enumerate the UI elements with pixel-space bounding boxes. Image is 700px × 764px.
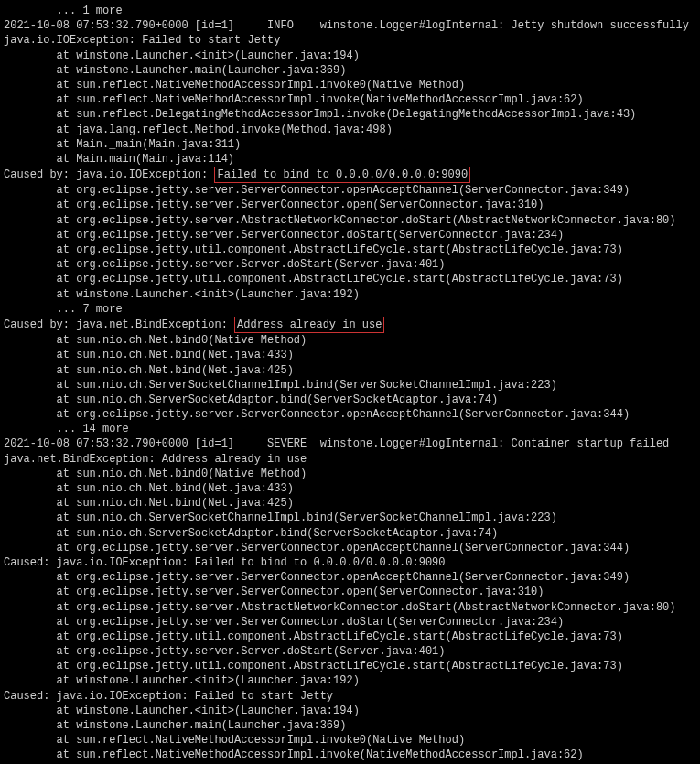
log-line: java.io.IOException: Failed to start Jet… bbox=[4, 33, 696, 48]
log-line: Caused: java.io.IOException: Failed to b… bbox=[4, 555, 696, 570]
log-line: at sun.nio.ch.Net.bind(Net.java:425) bbox=[4, 496, 696, 511]
log-line: at sun.reflect.NativeMethodAccessorImpl.… bbox=[4, 92, 696, 107]
log-line: at org.eclipse.jetty.server.ServerConnec… bbox=[4, 541, 696, 555]
log-output: ... 1 more2021-10-08 07:53:32.790+0000 [… bbox=[4, 4, 696, 764]
log-line: at sun.reflect.NativeMethodAccessorImpl.… bbox=[4, 78, 696, 92]
log-line: Caused: java.io.IOException: Failed to s… bbox=[4, 689, 696, 704]
log-line: Caused by: java.net.BindException: Addre… bbox=[4, 317, 696, 333]
log-line: at winstone.Launcher.main(Launcher.java:… bbox=[4, 63, 696, 78]
log-line: at sun.reflect.DelegatingMethodAccessorI… bbox=[4, 107, 696, 122]
log-line: 2021-10-08 07:53:32.790+0000 [id=1] INFO… bbox=[4, 18, 696, 33]
log-line: at org.eclipse.jetty.server.ServerConnec… bbox=[4, 228, 696, 242]
log-line: ... 7 more bbox=[4, 302, 696, 317]
log-line: at org.eclipse.jetty.server.AbstractNetw… bbox=[4, 600, 696, 615]
log-line: at org.eclipse.jetty.util.component.Abst… bbox=[4, 272, 696, 286]
log-line: at sun.reflect.NativeMethodAccessorImpl.… bbox=[4, 733, 696, 748]
log-line: at sun.nio.ch.Net.bind0(Native Method) bbox=[4, 333, 696, 348]
log-line: at sun.nio.ch.Net.bind(Net.java:433) bbox=[4, 481, 696, 496]
log-line: at org.eclipse.jetty.server.ServerConnec… bbox=[4, 615, 696, 629]
log-line: Caused by: java.io.IOException: Failed t… bbox=[4, 167, 696, 183]
log-line: java.net.BindException: Address already … bbox=[4, 452, 696, 467]
log-line-prefix: Caused by: java.net.BindException: bbox=[4, 318, 234, 331]
log-line: ... 1 more bbox=[4, 4, 696, 18]
log-line: at winstone.Launcher.main(Launcher.java:… bbox=[4, 718, 696, 733]
log-line: at sun.nio.ch.ServerSocketAdaptor.bind(S… bbox=[4, 526, 696, 541]
log-line: at org.eclipse.jetty.util.component.Abst… bbox=[4, 629, 696, 644]
highlighted-error: Failed to bind to 0.0.0.0/0.0.0.0:9090 bbox=[214, 167, 470, 183]
log-line: at winstone.Launcher.<init>(Launcher.jav… bbox=[4, 287, 696, 302]
log-line: at org.eclipse.jetty.server.ServerConnec… bbox=[4, 198, 696, 212]
log-line: at org.eclipse.jetty.server.ServerConnec… bbox=[4, 407, 696, 422]
highlighted-error: Address already in use bbox=[234, 317, 384, 333]
log-line: at winstone.Launcher.<init>(Launcher.jav… bbox=[4, 704, 696, 718]
log-line: at winstone.Launcher.<init>(Launcher.jav… bbox=[4, 673, 696, 688]
log-line: at sun.nio.ch.ServerSocketChannelImpl.bi… bbox=[4, 511, 696, 525]
log-line: at sun.reflect.NativeMethodAccessorImpl.… bbox=[4, 748, 696, 762]
log-line: at winstone.Launcher.<init>(Launcher.jav… bbox=[4, 48, 696, 63]
log-line: at sun.nio.ch.ServerSocketChannelImpl.bi… bbox=[4, 378, 696, 393]
log-line: at sun.nio.ch.ServerSocketAdaptor.bind(S… bbox=[4, 393, 696, 407]
log-line: at java.lang.reflect.Method.invoke(Metho… bbox=[4, 123, 696, 137]
log-line: at org.eclipse.jetty.server.ServerConnec… bbox=[4, 183, 696, 198]
log-line: at org.eclipse.jetty.util.component.Abst… bbox=[4, 242, 696, 257]
log-line: at org.eclipse.jetty.server.AbstractNetw… bbox=[4, 213, 696, 228]
log-line-prefix: Caused by: java.io.IOException: bbox=[4, 168, 214, 181]
log-line: 2021-10-08 07:53:32.790+0000 [id=1] SEVE… bbox=[4, 436, 696, 451]
log-line: at Main.main(Main.java:114) bbox=[4, 152, 696, 167]
log-line: at org.eclipse.jetty.server.Server.doSta… bbox=[4, 257, 696, 272]
log-line: at org.eclipse.jetty.util.component.Abst… bbox=[4, 659, 696, 673]
log-line: at org.eclipse.jetty.server.Server.doSta… bbox=[4, 644, 696, 659]
log-line: at sun.nio.ch.Net.bind0(Native Method) bbox=[4, 467, 696, 481]
log-line: at sun.nio.ch.Net.bind(Net.java:425) bbox=[4, 363, 696, 378]
log-line: at org.eclipse.jetty.server.ServerConnec… bbox=[4, 570, 696, 585]
log-line: at org.eclipse.jetty.server.ServerConnec… bbox=[4, 585, 696, 599]
log-line: at sun.nio.ch.Net.bind(Net.java:433) bbox=[4, 348, 696, 362]
log-line: ... 14 more bbox=[4, 422, 696, 436]
log-line: at Main._main(Main.java:311) bbox=[4, 137, 696, 152]
